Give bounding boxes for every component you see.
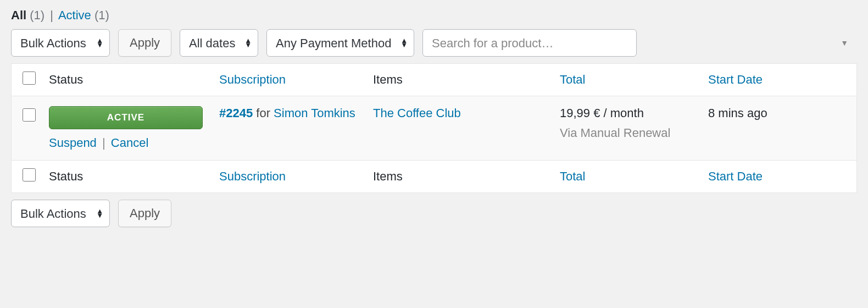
product-search-wrap: Search for a product… ▼ xyxy=(422,29,857,57)
filter-active-label: Active xyxy=(58,8,91,22)
col-start-header[interactable]: Start Date xyxy=(702,64,857,96)
bulk-actions-wrap-bottom: Bulk Actions ▲▼ xyxy=(11,200,110,227)
table-header-row: Status Subscription Items Total Start Da… xyxy=(12,64,857,96)
row-checkbox[interactable] xyxy=(23,108,36,122)
select-all-footer xyxy=(12,161,43,193)
filter-separator: | xyxy=(50,8,53,22)
col-subscription-header[interactable]: Subscription xyxy=(213,64,366,96)
select-all-checkbox[interactable] xyxy=(23,72,36,85)
col-total-header[interactable]: Total xyxy=(553,64,702,96)
bulk-actions-wrap: Bulk Actions ▲▼ xyxy=(11,29,110,57)
status-badge: ACTIVE xyxy=(49,106,203,129)
col-status-header: Status xyxy=(42,64,213,96)
col-start-footer[interactable]: Start Date xyxy=(702,161,857,193)
chevron-down-icon: ▼ xyxy=(841,38,848,47)
select-all-header xyxy=(12,64,43,96)
items-cell: The Coffee Club xyxy=(366,96,553,161)
bottom-table-nav: Bulk Actions ▲▼ Apply xyxy=(11,200,857,227)
col-status-footer: Status xyxy=(42,161,213,193)
table-footer-row: Status Subscription Items Total Start Da… xyxy=(12,161,857,193)
total-cell: 19,99 € / month Via Manual Renewal xyxy=(553,96,702,161)
col-subscription-footer[interactable]: Subscription xyxy=(213,161,366,193)
row-actions: Suspend | Cancel xyxy=(49,136,206,150)
filter-active-count: (1) xyxy=(94,8,109,22)
status-cell: ACTIVE Suspend | Cancel xyxy=(42,96,213,161)
filter-all-count: (1) xyxy=(30,8,44,22)
customer-link[interactable]: Simon Tomkins xyxy=(274,106,355,120)
payment-filter-wrap: Any Payment Method ▲▼ xyxy=(266,29,414,57)
apply-button-bottom[interactable]: Apply xyxy=(118,200,171,227)
date-filter-select[interactable]: All dates xyxy=(180,29,258,57)
bulk-actions-select-bottom[interactable]: Bulk Actions xyxy=(11,200,110,227)
total-text: 19,99 € / month xyxy=(560,106,695,120)
row-checkbox-cell xyxy=(12,96,43,161)
filter-all-link[interactable]: All (1) xyxy=(11,8,44,22)
table-row: ACTIVE Suspend | Cancel #2245 for Simon … xyxy=(12,96,857,161)
select-all-checkbox-bottom[interactable] xyxy=(23,168,36,182)
product-search-select[interactable]: Search for a product… xyxy=(422,29,637,57)
start-date-text: 8 mins ago xyxy=(708,106,767,120)
suspend-link[interactable]: Suspend xyxy=(49,136,97,150)
item-link[interactable]: The Coffee Club xyxy=(373,106,461,120)
for-text: for xyxy=(253,106,274,120)
apply-button[interactable]: Apply xyxy=(118,29,171,57)
col-items-header: Items xyxy=(366,64,553,96)
cancel-link[interactable]: Cancel xyxy=(111,136,148,150)
subscription-cell: #2245 for Simon Tomkins xyxy=(213,96,366,161)
filter-all-label: All xyxy=(11,8,26,22)
status-filter-tabs: All (1) | Active (1) xyxy=(11,8,857,23)
subscriptions-table: Status Subscription Items Total Start Da… xyxy=(11,63,857,193)
bulk-actions-select[interactable]: Bulk Actions xyxy=(11,29,110,57)
start-date-cell: 8 mins ago xyxy=(702,96,857,161)
action-separator: | xyxy=(102,136,105,150)
top-table-nav: Bulk Actions ▲▼ Apply All dates ▲▼ Any P… xyxy=(11,29,857,57)
filter-active-link[interactable]: Active (1) xyxy=(58,8,109,22)
payment-filter-select[interactable]: Any Payment Method xyxy=(266,29,414,57)
date-filter-wrap: All dates ▲▼ xyxy=(180,29,258,57)
col-items-footer: Items xyxy=(366,161,553,193)
renewal-note: Via Manual Renewal xyxy=(560,125,695,142)
col-total-footer[interactable]: Total xyxy=(553,161,702,193)
subscription-id-link[interactable]: #2245 xyxy=(219,106,253,120)
